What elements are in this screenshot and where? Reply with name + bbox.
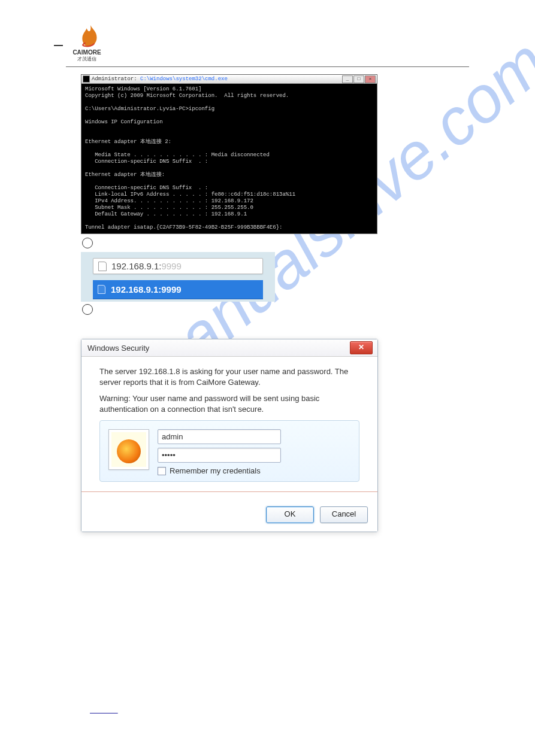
cmd-icon [83,75,90,83]
page-header: CAIMORE 才茂通信 [0,0,535,63]
cmd-title: Administrator: C:\Windows\system32\cmd.e… [92,76,342,82]
address-bar[interactable]: 192.168.9.1:9999 [93,258,263,274]
dialog-footer: OK Cancel [81,503,377,532]
browser-address-block: 192.168.9.1:9999 192.168.9.1:9999 [81,252,275,302]
cmd-title-path: C:\Windows\system32\cmd.exe [140,76,228,82]
remember-label: Remember my credentials [170,466,261,475]
avatar-image [111,432,146,467]
brand-logo: CAIMORE 才茂通信 [60,24,103,62]
maximize-button[interactable]: □ [353,75,364,83]
page-icon [98,262,107,271]
dialog-close-button[interactable]: ✕ [350,341,373,354]
password-field[interactable]: ••••• [158,448,281,463]
minimize-button[interactable]: _ [342,75,353,83]
address-port: 9999 [161,261,181,271]
omnibox-container: 192.168.9.1:9999 192.168.9.1:9999 [81,252,275,302]
header-dash [54,45,63,46]
suggestion-text: 192.168.9.1:9999 [111,284,182,294]
windows-security-dialog: Windows Security ✕ The server 192.168.1.… [81,339,378,532]
cmd-titlebar: Administrator: C:\Windows\system32\cmd.e… [81,75,377,84]
dialog-separator [81,491,377,492]
cmd-window: Administrator: C:\Windows\system32\cmd.e… [81,74,377,234]
remember-row[interactable]: Remember my credentials [158,466,350,475]
flower-icon [117,439,141,463]
dialog-message-1: The server 192.168.1.8 is asking for you… [99,366,359,387]
dialog-title: Windows Security [87,344,149,353]
close-button[interactable]: × [365,75,376,83]
page-icon [98,285,105,294]
address-host: 192.168.9.1: [111,261,161,271]
cancel-button[interactable]: Cancel [320,506,368,523]
dialog-titlebar: Windows Security ✕ [81,339,377,357]
address-suggestion[interactable]: 192.168.9.1:9999 [93,280,263,299]
flame-icon [78,24,103,49]
brand-subtitle: 才茂通信 [71,56,103,62]
cmd-title-prefix: Administrator: [92,76,140,82]
remember-checkbox[interactable] [158,467,166,475]
credentials-panel: admin ••••• Remember my credentials [99,420,359,482]
user-avatar [108,429,149,470]
dialog-body: The server 192.168.1.8 is asking for you… [81,357,377,503]
document-page: manualshive.com CAIMORE 才茂通信 Administrat… [0,0,535,756]
footer-underline [90,706,118,714]
dialog-message-2: Warning: Your user name and password wil… [99,393,359,414]
step-marker-1 [82,238,93,248]
step-marker-2 [82,304,93,315]
cmd-window-controls: _ □ × [342,75,376,83]
content-area: Administrator: C:\Windows\system32\cmd.e… [81,74,470,532]
username-field[interactable]: admin [158,429,281,444]
header-rule [66,66,469,67]
ok-button[interactable]: OK [266,506,314,523]
credential-fields: admin ••••• Remember my credentials [158,429,350,475]
brand-name: CAIMORE [71,49,103,56]
cmd-output: Microsoft Windows [Version 6.1.7601] Cop… [81,84,377,233]
